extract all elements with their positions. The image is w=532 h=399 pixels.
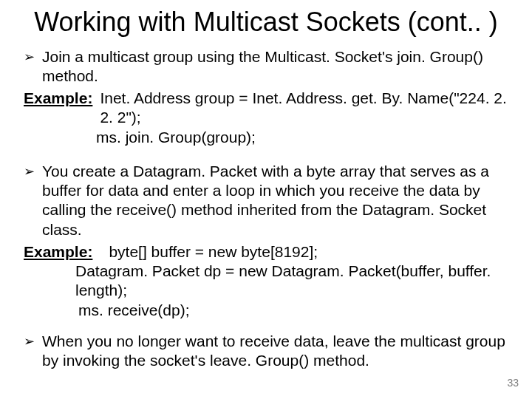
example-label: Example: xyxy=(24,89,92,107)
code-line: Datagram. Packet dp = new Datagram. Pack… xyxy=(22,262,510,301)
code-line: ms. receive(dp); xyxy=(22,301,510,320)
bullet-text: You create a Datagram. Packet with a byt… xyxy=(42,162,510,239)
bullet-text: Join a multicast group using the Multica… xyxy=(42,47,510,86)
code-line: ms. join. Group(group); xyxy=(22,128,510,147)
example-line-2: Example: byte[] buffer = new byte[8192]; xyxy=(22,242,510,262)
bullet-item-1: ➢ Join a multicast group using the Multi… xyxy=(22,47,510,86)
code-line: byte[] buffer = new byte[8192]; xyxy=(109,242,318,262)
bullet-arrow-icon: ➢ xyxy=(24,333,35,350)
example-line-1: Example: Inet. Address group = Inet. Add… xyxy=(22,89,510,128)
bullet-item-2: ➢ You create a Datagram. Packet with a b… xyxy=(22,162,510,239)
example-label: Example: xyxy=(24,243,92,261)
page-number: 33 xyxy=(507,377,519,389)
slide-title: Working with Multicast Sockets (cont.. ) xyxy=(22,7,510,37)
bullet-item-3: ➢ When you no longer want to receive dat… xyxy=(22,332,510,371)
bullet-arrow-icon: ➢ xyxy=(24,49,35,66)
code-line: Inet. Address group = Inet. Address. get… xyxy=(100,89,510,128)
slide: Working with Multicast Sockets (cont.. )… xyxy=(0,0,532,399)
bullet-arrow-icon: ➢ xyxy=(24,163,35,180)
bullet-text: When you no longer want to receive data,… xyxy=(42,332,510,371)
